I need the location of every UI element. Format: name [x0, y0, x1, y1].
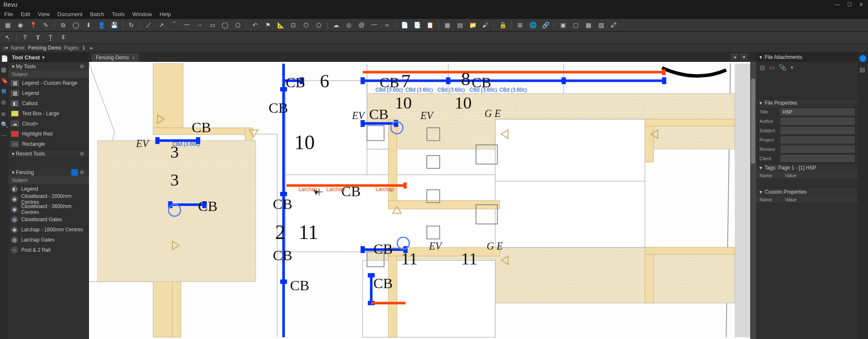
- dimension-icon[interactable]: ↔: [195, 20, 205, 30]
- rail-more-icon[interactable]: ⋯: [1, 132, 8, 139]
- tags-header[interactable]: ▾ Tags: Page 1 - [1] HSP: [756, 164, 858, 172]
- polygon-icon[interactable]: ⬠: [233, 20, 243, 30]
- pen-icon[interactable]: ✎: [41, 20, 51, 30]
- globe-icon[interactable]: ◉: [15, 20, 25, 30]
- prop-client-input[interactable]: [781, 155, 854, 162]
- document-tab[interactable]: Fencing Demo ×: [92, 53, 139, 62]
- menu-file[interactable]: File: [4, 11, 13, 17]
- tool-legend-custom[interactable]: ▦Legend - Custom Range: [8, 78, 89, 88]
- prop-project-input[interactable]: [781, 136, 854, 143]
- rail-file-icon[interactable]: 📄: [1, 55, 8, 62]
- attach-pin-icon[interactable]: 📎: [779, 64, 786, 71]
- doc2-icon[interactable]: 📑: [412, 20, 422, 30]
- undo-icon[interactable]: ↶: [250, 20, 260, 30]
- rect-icon[interactable]: ▭: [207, 20, 217, 30]
- recent-tools-header[interactable]: ▾ Recent Tools ⚙: [8, 149, 89, 158]
- cursor-icon[interactable]: ↖: [3, 32, 13, 42]
- sweep-icon[interactable]: 〰: [369, 20, 379, 30]
- close-tab-icon[interactable]: ×: [132, 55, 135, 60]
- fencing-closeboard-2000[interactable]: ◉Closeboard - 2000mm Centres: [8, 194, 89, 204]
- prev-view-button[interactable]: ◂: [731, 53, 738, 60]
- fencing-larchap-gates[interactable]: ◍Larchap Gates: [8, 235, 89, 245]
- pin-icon[interactable]: 📍: [28, 20, 38, 30]
- rail-thumb-icon[interactable]: ▦: [1, 66, 8, 73]
- rail-bookmark-icon[interactable]: 🔖: [1, 77, 8, 84]
- file-attachments-header[interactable]: ▾ File Attachments: [756, 53, 858, 62]
- wave-icon[interactable]: ≈: [382, 20, 392, 30]
- vertical-scrollbar[interactable]: [750, 62, 756, 339]
- arc-icon[interactable]: ⌒: [169, 20, 179, 30]
- gear-icon[interactable]: ⚙: [80, 151, 86, 157]
- prop-author-input[interactable]: [781, 118, 854, 125]
- save-icon[interactable]: 💾: [109, 20, 119, 30]
- drawing-canvas[interactable]: CB CB CB CB CB CB CB CB CB CB CB CB CB 6…: [89, 62, 756, 339]
- brush-icon[interactable]: 🖌: [480, 20, 490, 30]
- text2-icon[interactable]: 𝐓: [33, 32, 43, 42]
- menu-window[interactable]: Window: [132, 11, 152, 17]
- text-icon[interactable]: T: [20, 32, 30, 42]
- attach-down-icon[interactable]: ▾: [790, 64, 793, 71]
- copy-icon[interactable]: ⧉: [58, 20, 68, 30]
- folder-icon[interactable]: 📁: [467, 20, 478, 30]
- arrow-icon[interactable]: ↗: [156, 20, 167, 30]
- tool-rectangle[interactable]: ▭Rectangle: [8, 139, 89, 149]
- studio-icon[interactable]: [860, 55, 866, 62]
- polyline-icon[interactable]: 〰: [182, 20, 192, 30]
- grid2-icon[interactable]: ▤: [455, 20, 465, 30]
- rail-prop2-icon[interactable]: ▤: [860, 66, 866, 73]
- menu-tools[interactable]: Tools: [112, 11, 125, 17]
- tool-highlight-red[interactable]: Highlight Red: [8, 129, 89, 139]
- doc3-icon[interactable]: 📋: [425, 20, 435, 30]
- home-icon[interactable]: ⌂▾: [3, 45, 8, 51]
- rotate-icon[interactable]: ↻: [126, 20, 136, 30]
- shape2-icon[interactable]: ⬠: [314, 20, 324, 30]
- fencing-header[interactable]: ▾ Fencing ⚙: [8, 168, 89, 176]
- ellipse-icon[interactable]: ◯: [220, 20, 230, 30]
- close-button[interactable]: ✕: [858, 1, 865, 8]
- fencing-closeboard-gates[interactable]: ◍Closeboard Gates: [8, 214, 89, 225]
- maximize-button[interactable]: ☐: [846, 1, 853, 8]
- down-icon[interactable]: ⬇: [83, 20, 94, 30]
- tool-cloud[interactable]: ☁Cloud+: [8, 119, 89, 129]
- my-tools-header[interactable]: ▾ My Tools ⚙: [8, 62, 89, 70]
- attach-open-icon[interactable]: ▭: [769, 64, 775, 71]
- filter-icon[interactable]: [71, 169, 78, 176]
- menu-view[interactable]: View: [38, 11, 50, 17]
- prop-revisor-input[interactable]: [781, 146, 854, 153]
- rail-search-icon[interactable]: 🔍: [1, 121, 8, 128]
- text3-icon[interactable]: Ṯ: [45, 32, 56, 42]
- snap-icon[interactable]: ⊞: [515, 20, 525, 30]
- user-icon[interactable]: 👤: [96, 20, 106, 30]
- menu-help[interactable]: Help: [159, 11, 171, 17]
- tool-textbox-large[interactable]: Text Box - Large: [8, 108, 89, 119]
- doc1-icon[interactable]: 📄: [399, 20, 409, 30]
- circle-icon[interactable]: ◯: [71, 20, 81, 30]
- shape1-icon[interactable]: ⬡: [301, 20, 311, 30]
- gear-icon[interactable]: ⚙: [80, 64, 86, 69]
- globe2-icon[interactable]: 🌐: [528, 20, 538, 30]
- tool-legend[interactable]: ▦Legend: [8, 88, 89, 98]
- scrollbar-thumb[interactable]: [751, 79, 755, 164]
- spiral-icon[interactable]: @: [356, 20, 367, 30]
- fencing-larchap-1800[interactable]: ◉Larchap - 1800mm Centres: [8, 225, 89, 235]
- box2-icon[interactable]: ▢: [570, 20, 581, 30]
- line-icon[interactable]: ／: [144, 20, 154, 30]
- highlight-icon[interactable]: 🖍: [609, 20, 619, 30]
- crop-icon[interactable]: ⊡: [288, 20, 298, 30]
- tool-callout[interactable]: ◧Callout: [8, 98, 89, 108]
- grid1-icon[interactable]: ▦: [442, 20, 452, 30]
- attach-add-icon[interactable]: ▤: [760, 64, 765, 71]
- box1-icon[interactable]: ▣: [558, 20, 568, 30]
- rail-prop-icon[interactable]: ⚙: [1, 99, 8, 106]
- cloud-icon[interactable]: ☁: [331, 20, 341, 30]
- box4-icon[interactable]: ▨: [596, 20, 606, 30]
- lock-icon[interactable]: 🔒: [498, 20, 508, 30]
- rail-layer-icon[interactable]: ≣: [1, 110, 8, 117]
- new-icon[interactable]: ▦: [3, 20, 13, 30]
- target-icon[interactable]: ◎: [344, 20, 354, 30]
- fencing-post-2rail[interactable]: ○Post & 2 Rail: [8, 245, 89, 255]
- file-properties-header[interactable]: ▾ File Properties: [756, 99, 858, 107]
- menu-document[interactable]: Document: [57, 11, 82, 17]
- text4-icon[interactable]: T̶: [58, 32, 68, 42]
- minimize-button[interactable]: —: [834, 1, 841, 8]
